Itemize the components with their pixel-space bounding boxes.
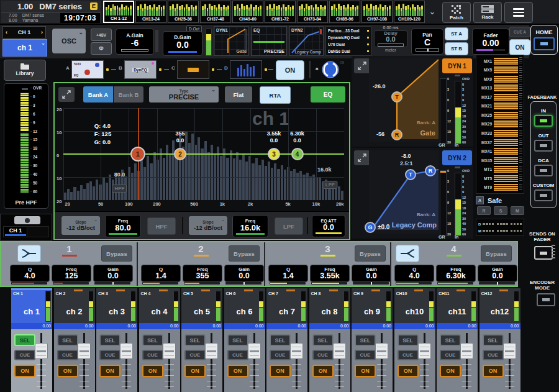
st-a-button[interactable]: ST A [445, 27, 468, 40]
phase-button[interactable]: Φ [91, 42, 112, 55]
strip-sel-button[interactable]: SEL [312, 334, 334, 346]
strip-cue-button[interactable]: CUE [142, 350, 163, 360]
dm-assign-matrix[interactable]: DM [476, 219, 524, 236]
lpf-freq-knob[interactable]: Freq16.0k [232, 215, 268, 237]
channel-strip-ch12[interactable]: CH12ch120.00SELCUEON [479, 288, 520, 392]
insert-slot-b-thumbnail[interactable]: DynEQ [124, 60, 157, 79]
strip-fader-handle[interactable] [248, 343, 261, 359]
eq-type-dropdown[interactable]: Type PRECISE ⌄ [149, 86, 219, 103]
patch-button[interactable]: Patch [442, 2, 471, 23]
lpf-button[interactable]: LPF [275, 217, 303, 235]
plugin-item[interactable]: Portico…33 Dual [328, 29, 369, 33]
channel-strip-ch6[interactable]: CH 6ch 60.00SELCUEON [224, 288, 265, 392]
eq-band-4-handle[interactable]: 4 [291, 148, 304, 160]
strip-sel-button[interactable]: SEL [14, 334, 35, 346]
strip-cue-button[interactable]: CUE [184, 350, 206, 360]
band-3-freq-knob[interactable]: Freq3.55k [310, 265, 350, 282]
band-2-q-knob[interactable]: Q1.4 [141, 265, 181, 282]
strip-sel-button[interactable]: SEL [142, 334, 163, 346]
sends-meter-list[interactable]: MX1MX5MX9MX13MX17MX21MX25MX29MX33MX37MX4… [476, 55, 524, 194]
strip-cue-button[interactable]: CUE [227, 350, 248, 360]
strip-on-button[interactable]: ON [184, 365, 206, 377]
send-row-mx13[interactable]: MX13 [476, 84, 522, 92]
meter-bank-ch85-96[interactable]: CH85-96 [329, 1, 360, 23]
rack-button[interactable]: Rack [473, 2, 502, 23]
channel-strip-ch1[interactable]: CH 1ch 10.00SELCUEON [11, 288, 52, 392]
strip-on-button[interactable]: ON [398, 365, 419, 377]
send-row-mx41[interactable]: MX41 [476, 148, 522, 155]
library-button[interactable]: Library [4, 60, 46, 81]
hpf-button[interactable]: HPF [147, 217, 176, 235]
strip-on-button[interactable]: ON [14, 365, 35, 377]
eq-thumbnail[interactable]: EQ PRECISE [251, 26, 287, 56]
dyn2-thumbnail[interactable]: DYN2 Legacy Comp [289, 26, 324, 56]
send-row-mx5[interactable]: MX5 [476, 66, 522, 74]
strip-cue-button[interactable]: CUE [99, 350, 120, 360]
comp-threshold-handle[interactable]: T [405, 169, 416, 180]
strip-sel-button[interactable]: SEL [184, 334, 206, 346]
dyn1-button[interactable]: DYN 1 [442, 58, 472, 73]
insert-slot-d-thumbnail[interactable] [230, 60, 262, 79]
plugin-list[interactable]: Portico…33 DualDynamicEQ DualU76 DualDaN… [325, 26, 371, 56]
dyn1-thumbnail[interactable]: DYN1 Gate [214, 26, 249, 56]
gate-range-handle[interactable]: R [391, 129, 402, 140]
strip-fader-handle[interactable] [163, 343, 176, 359]
comp-ratio-handle[interactable]: R [425, 165, 436, 176]
menu-button[interactable] [504, 2, 533, 23]
chevron-down-icon[interactable]: ⌄ [426, 5, 439, 17]
strip-fader-handle[interactable] [333, 343, 346, 359]
strip-cue-button[interactable]: CUE [270, 350, 291, 360]
home-button[interactable]: HOME [530, 25, 558, 55]
channel-prev-button[interactable]: ‹ [6, 29, 7, 35]
band-2-gain-knob[interactable]: Gain0.0 [224, 265, 264, 282]
strip-on-button[interactable]: ON [270, 365, 291, 377]
faderbank-out-button[interactable]: OUT [534, 133, 553, 152]
expand-icon[interactable]: ◳ [340, 60, 344, 64]
channel-strip-ch4[interactable]: CH 4ch 40.00SELCUEON [139, 288, 180, 392]
eq-band-1-handle[interactable]: 1 [130, 147, 145, 162]
strip-on-button[interactable]: ON [57, 365, 78, 377]
delay-section[interactable]: 0.00 ms Delay 0.0 meter [374, 25, 407, 58]
scene-block[interactable]: 1.00 DM7 series E 7.008.00 DM7 seriesYam… [1, 1, 101, 23]
strip-cue-button[interactable]: CUE [14, 350, 35, 360]
faderbank-dca-button[interactable]: DCA [534, 158, 553, 176]
strip-on-button[interactable]: ON [99, 365, 120, 377]
meter-bank-ch49-60[interactable]: CH49-60 [232, 1, 263, 23]
strip-fader-handle[interactable] [418, 343, 431, 359]
channel-strip-ch7[interactable]: CH 7ch 70.00SELCUEON [266, 288, 307, 392]
send-row-mt5[interactable]: MT5 [476, 175, 522, 182]
eq-graph[interactable]: ch 1 Q: 4.0F: 125G: 0.0 80.0 HPF 16.0k L… [63, 108, 344, 200]
strip-fader-handle[interactable] [460, 343, 473, 359]
gate-threshold-handle[interactable]: T [391, 91, 402, 103]
dante-logo-icon[interactable] [322, 61, 339, 78]
send-row-mx17[interactable]: MX17 [476, 93, 522, 101]
channel-strip-ch11[interactable]: CH11ch110.00SELCUEON [437, 288, 478, 392]
strip-on-button[interactable]: ON [483, 365, 504, 377]
eq-band-2-handle[interactable]: 2 [174, 148, 186, 160]
expand-eq-button[interactable] [58, 87, 75, 102]
lpf-slope-dropdown[interactable]: Slope-12 dB/oct ⌄ [189, 216, 227, 235]
band-2-bypass-button[interactable]: Bypass [229, 245, 260, 262]
strip-cue-button[interactable]: CUE [398, 350, 419, 360]
meter-bank-ch25-36[interactable]: CH25-36 [168, 1, 199, 23]
strip-fader-handle[interactable] [290, 343, 303, 359]
expand-dyn2-button[interactable] [354, 150, 370, 165]
delay-knob[interactable]: Delay 0.0 [374, 30, 407, 47]
strip-sel-button[interactable]: SEL [270, 334, 291, 346]
band-3-q-knob[interactable]: Q1.4 [268, 265, 308, 282]
send-row-mx1[interactable]: MX1 [476, 57, 522, 65]
hpf-slope-dropdown[interactable]: Slope-12 dB/oct ⌄ [61, 216, 100, 235]
strip-fader-handle[interactable] [375, 343, 388, 359]
phantom-48v-button[interactable]: +48V [91, 29, 112, 41]
insert-slot-c-thumbnail[interactable] [177, 60, 209, 79]
send-row-mt1[interactable]: MT1 [476, 166, 522, 173]
insert-on-button[interactable]: ON [276, 60, 304, 80]
plugin-item[interactable]: DaNSe Dual [328, 49, 369, 53]
meter-bank-ch61-72[interactable]: CH61-72 [265, 1, 296, 23]
strip-on-button[interactable]: ON [440, 365, 461, 377]
gate-graph[interactable]: Bank: A Gate [369, 58, 439, 142]
send-row-mx45[interactable]: MX45 [476, 157, 522, 164]
strip-cue-button[interactable]: CUE [440, 350, 461, 360]
strip-on-button[interactable]: ON [227, 365, 248, 377]
rta-toggle-button[interactable]: RTA [260, 86, 291, 104]
